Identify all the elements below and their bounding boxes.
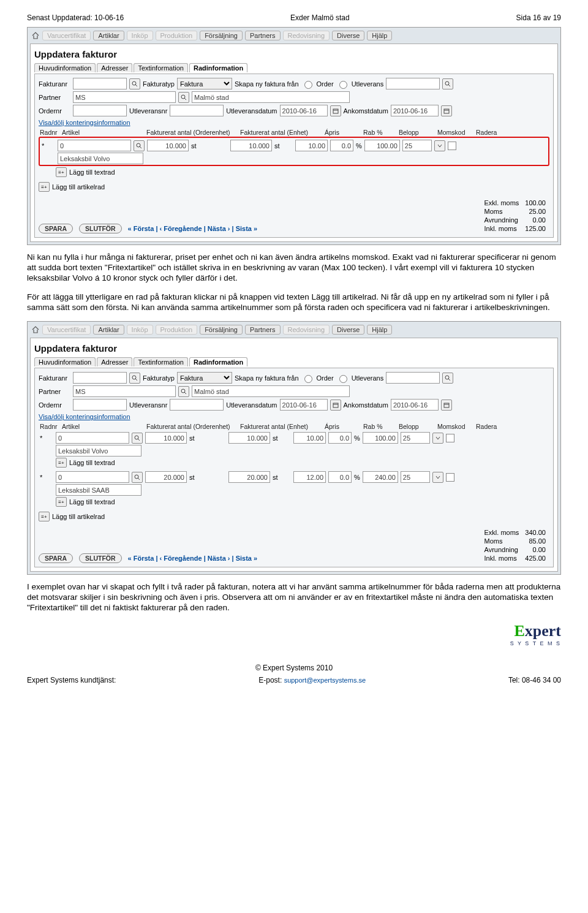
calendar-icon[interactable] [330, 400, 341, 411]
artikel-input[interactable] [58, 140, 131, 151]
nav-inkop[interactable]: Inköp [127, 31, 153, 40]
radera-checkbox[interactable] [446, 434, 454, 442]
skapa-input[interactable] [386, 372, 440, 384]
qty-order-input[interactable] [145, 471, 187, 483]
dropdown-icon[interactable] [432, 433, 443, 444]
search-icon-row[interactable] [134, 140, 145, 151]
tab-adresser[interactable]: Adresser [97, 357, 132, 366]
support-email-link[interactable]: support@expertsystems.se [284, 676, 366, 684]
nav-produktion[interactable]: Produktion [156, 31, 198, 40]
radera-checkbox[interactable] [446, 473, 454, 482]
nav-redovisning[interactable]: Redovisning [283, 325, 330, 335]
apris-input[interactable] [295, 140, 328, 151]
calendar-icon[interactable] [330, 105, 341, 116]
ankomstdatum-input[interactable] [391, 399, 439, 411]
add-textrow-icon[interactable]: ≡+ [56, 167, 67, 177]
qty-enhet-input[interactable] [228, 471, 270, 483]
belopp-input[interactable] [364, 140, 400, 151]
rab-input[interactable] [330, 140, 353, 151]
partner-input[interactable] [73, 385, 176, 397]
search-icon-row[interactable] [132, 472, 143, 483]
fakturanr-input[interactable] [73, 372, 127, 384]
belopp-input[interactable] [363, 432, 398, 444]
artikel-desc-input[interactable] [58, 153, 143, 164]
dropdown-icon[interactable] [432, 472, 443, 483]
radio-utleverans[interactable] [339, 81, 347, 89]
qty-enhet-input[interactable] [228, 432, 270, 444]
nav-hjalp[interactable]: Hjälp [367, 31, 392, 40]
slutfor-button[interactable]: SLUTFÖR [79, 224, 122, 233]
belopp-input[interactable] [363, 471, 398, 483]
tab-textinformation[interactable]: Textinformation [134, 357, 188, 366]
ordernr-input[interactable] [73, 399, 127, 411]
artikel-desc-input[interactable] [56, 484, 141, 496]
home-icon[interactable] [31, 325, 40, 334]
dropdown-icon[interactable] [434, 140, 445, 151]
tab-textinformation[interactable]: Textinformation [134, 63, 188, 72]
qty-order-input[interactable] [147, 140, 189, 151]
fakturatyp-select[interactable]: Faktura [177, 372, 232, 384]
nav-redovisning[interactable]: Redovisning [283, 31, 330, 40]
search-icon-2[interactable] [442, 373, 453, 384]
calendar-icon-2[interactable] [441, 400, 452, 411]
utleveransnr-input[interactable] [170, 399, 224, 411]
tab-huvudinformation[interactable]: Huvudinformation [34, 63, 96, 72]
search-icon[interactable] [129, 373, 140, 384]
nav-inkop[interactable]: Inköp [127, 325, 153, 335]
ordernr-input[interactable] [73, 105, 127, 116]
momskod-input[interactable] [401, 471, 430, 483]
qty-enhet-input[interactable] [230, 140, 272, 151]
tab-huvudinformation[interactable]: Huvudinformation [34, 357, 96, 366]
nav-hjalp[interactable]: Hjälp [367, 325, 392, 335]
ankomstdatum-input[interactable] [391, 105, 439, 116]
partner-name-input[interactable] [192, 91, 350, 103]
rab-input[interactable] [328, 432, 352, 444]
rab-input[interactable] [328, 471, 352, 483]
tab-radinformation[interactable]: Radinformation [189, 357, 247, 366]
utleveransdatum-input[interactable] [280, 399, 328, 411]
search-icon-row[interactable] [132, 433, 143, 444]
add-textrow-icon[interactable]: ≡+ [56, 458, 67, 468]
apris-input[interactable] [293, 471, 326, 483]
slutfor-button[interactable]: SLUTFÖR [79, 553, 122, 563]
radio-utleverans[interactable] [339, 375, 347, 383]
tab-adresser[interactable]: Adresser [97, 63, 132, 72]
spara-button[interactable]: SPARA [39, 224, 73, 233]
artikel-desc-input[interactable] [56, 445, 141, 456]
pager[interactable]: « Första | ‹ Föregående | Nästa › | Sist… [128, 555, 258, 562]
kontering-toggle-link[interactable]: Visa/dölj konteringsinformation [39, 413, 130, 420]
momskod-input[interactable] [402, 140, 432, 151]
nav-produktion[interactable]: Produktion [156, 325, 198, 335]
nav-partners[interactable]: Partners [245, 325, 281, 335]
momskod-input[interactable] [401, 432, 430, 444]
nav-partners[interactable]: Partners [245, 31, 281, 40]
radio-order[interactable] [304, 375, 312, 383]
radera-checkbox[interactable] [448, 142, 456, 150]
tab-radinformation[interactable]: Radinformation [189, 63, 247, 72]
artikel-input[interactable] [56, 432, 129, 444]
utleveransdatum-input[interactable] [280, 105, 328, 116]
add-artikelrad-icon[interactable]: ≡+ [39, 512, 50, 521]
fakturatyp-select[interactable]: Faktura [177, 78, 232, 89]
qty-order-input[interactable] [145, 432, 187, 444]
nav-forsaljning[interactable]: Försäljning [200, 325, 243, 335]
partner-input[interactable] [73, 91, 176, 103]
nav-artiklar[interactable]: Artiklar [93, 31, 124, 40]
search-icon-3[interactable] [178, 386, 189, 397]
search-icon-3[interactable] [178, 92, 189, 103]
fakturanr-input[interactable] [73, 78, 127, 89]
add-textrow-icon[interactable]: ≡+ [56, 497, 67, 507]
nav-varucertifikat[interactable]: Varucertifikat [42, 31, 91, 40]
search-icon-2[interactable] [442, 78, 453, 89]
search-icon[interactable] [129, 78, 140, 89]
skapa-input[interactable] [386, 78, 440, 89]
home-icon[interactable] [31, 31, 40, 40]
artikel-input[interactable] [56, 471, 129, 483]
add-artikelrad-icon[interactable]: ≡+ [39, 182, 50, 192]
calendar-icon-2[interactable] [441, 105, 452, 116]
nav-forsaljning[interactable]: Försäljning [200, 31, 243, 40]
apris-input[interactable] [293, 432, 326, 444]
partner-name-input[interactable] [192, 385, 350, 397]
radio-order[interactable] [304, 81, 312, 89]
nav-varucertifikat[interactable]: Varucertifikat [42, 325, 91, 335]
